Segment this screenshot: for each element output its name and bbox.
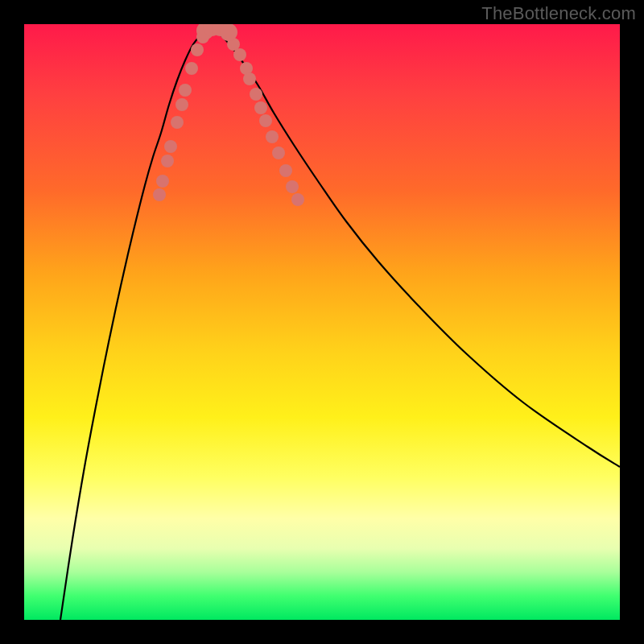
dots-left-point (175, 98, 188, 111)
plot-area (24, 24, 620, 620)
watermark-text: TheBottleneck.com (481, 3, 636, 24)
bottom-dots-point (220, 24, 237, 41)
dots-right-point (279, 164, 292, 177)
dots-left-point (156, 175, 169, 188)
dots-right-point (266, 130, 279, 143)
dots-right-point (291, 193, 304, 206)
dots-right-point (243, 72, 256, 85)
dots-right-point (286, 180, 299, 193)
dots-left-point (171, 116, 184, 129)
left-curve (60, 28, 209, 620)
chart-svg (24, 24, 620, 620)
dots-right-point (233, 48, 246, 61)
dots-left-point (185, 62, 198, 75)
dots-left-point (161, 155, 174, 167)
dots-right-point (259, 114, 272, 127)
dots-right-point (250, 88, 262, 101)
chart-frame: TheBottleneck.com (0, 0, 644, 644)
dots-left-point (191, 43, 204, 56)
dots-left-point (164, 140, 177, 153)
curve-layer (60, 28, 620, 620)
dots-left-point (153, 188, 166, 201)
dots-right-point (272, 147, 285, 159)
dots-left-point (179, 84, 192, 97)
dot-layer (153, 24, 304, 206)
right-curve (209, 28, 620, 467)
dots-right-point (254, 101, 267, 114)
